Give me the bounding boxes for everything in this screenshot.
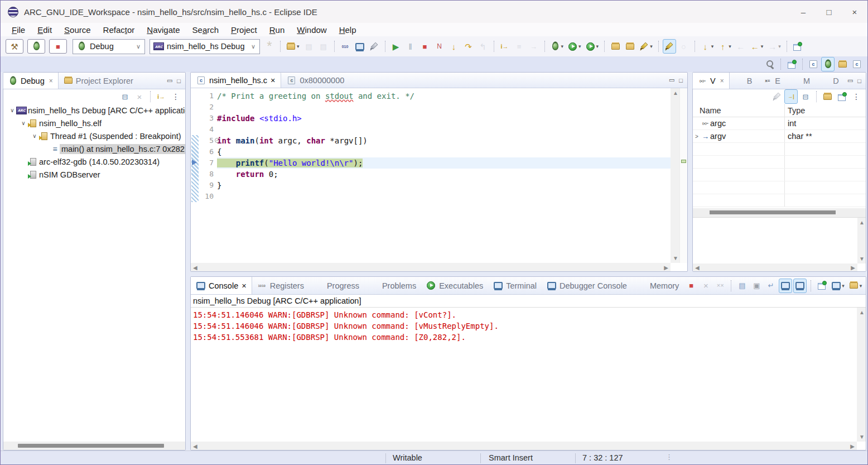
open-console-view-button[interactable] [353,39,367,54]
close-tab-icon[interactable]: × [720,77,724,85]
variables-tab-e[interactable]: x=E [758,73,786,89]
view-menu-button[interactable]: ⋮ [169,89,182,104]
close-tab-icon[interactable]: × [49,77,53,85]
debug-history-button[interactable]: ▾ [549,39,566,54]
open-console-button[interactable]: ▾ [847,279,864,293]
variables-table-header[interactable]: Name Type [693,104,866,117]
pin-editor-button[interactable] [791,39,804,54]
remove-launch-button[interactable]: × [699,279,712,293]
variable-row[interactable]: >→argvchar ** [693,130,866,143]
debug-tab-debug[interactable]: Debug× [3,73,59,89]
detail-hscrollbar[interactable]: ◀ ▶ [693,263,857,271]
maximize-view-button[interactable]: □ [857,78,861,84]
clear-console-button[interactable]: ▤ [735,279,749,293]
display-selected-console-dropdown-arrow[interactable]: ▾ [842,283,845,289]
search-button[interactable] [763,57,777,71]
remove-all-terminated-button[interactable]: × [133,89,146,104]
editor-hscrollbar[interactable]: ◀ ▶ [191,263,671,271]
show-stdout-button[interactable] [779,279,792,293]
open-new-view-button[interactable] [835,89,848,104]
step-into-button[interactable]: ↓ [447,39,461,54]
resume-button[interactable]: ▶ [389,39,403,54]
collapse-all-button[interactable]: ⊟ [118,89,132,104]
column-header-name[interactable]: Name [693,106,784,115]
console-tab-executables[interactable]: Executables [421,277,488,294]
debug-tab-project-explorer[interactable]: Project Explorer [59,73,139,89]
editor-tab-0x80000000[interactable]: 0x80000000 [281,73,350,88]
maximize-view-button[interactable]: □ [679,77,683,84]
terminate-launch-button[interactable]: ■ [49,39,67,54]
disconnect-button[interactable]: N [433,39,446,54]
perspective-c-button[interactable] [850,57,864,71]
variables-tab-v[interactable]: (x)=V× [692,73,730,89]
previous-annotation-dropdown-arrow[interactable]: ▾ [729,44,731,49]
maximize-button[interactable]: □ [816,1,842,23]
debug-tree-item[interactable]: nSIM GDBserver [3,168,185,181]
console-vscrollbar[interactable]: ▲ ▼ [857,308,866,442]
new-wizard-dropdown-arrow[interactable]: ▾ [297,44,300,49]
menu-item-project[interactable]: Project [225,25,263,35]
remove-all-launches-button[interactable]: ×× [713,279,727,293]
hscroll-thumb[interactable] [710,210,836,214]
menu-item-help[interactable]: Help [334,25,362,35]
close-tab-icon[interactable]: × [242,281,246,290]
open-console-dropdown-arrow[interactable]: ▾ [860,283,862,289]
next-annotation-button[interactable]: ↓▾ [699,39,716,54]
close-button[interactable]: × [842,1,867,23]
variables-tab-b[interactable]: B [730,73,758,89]
variable-chevron-icon[interactable]: > [693,133,701,140]
console-terminate-button[interactable]: ■ [684,279,698,293]
menu-item-edit[interactable]: Edit [32,25,57,35]
step-over-button[interactable]: ↷ [462,39,475,54]
minimize-view-button[interactable]: ▭ [167,77,172,84]
console-tab-debugger-console[interactable]: Debugger Console [542,277,632,294]
debug-tree-item[interactable]: ∨nsim_hello_hs.elf [3,117,185,130]
debug-tree-item[interactable]: ∨nsim_hello_hs Debug [ARC C/C++ applicat… [3,104,185,117]
variables-tab-m[interactable]: M [786,73,816,89]
editor-vscrollbar[interactable]: ▲ ▼ [671,88,679,263]
previous-annotation-button[interactable]: ↑▾ [716,39,733,54]
console-output[interactable]: 15:54:51.146046 WARN:[GDBRSP] Unknown co… [191,308,857,442]
menu-item-source[interactable]: Source [59,25,97,35]
new-wizard-button[interactable]: ▾ [284,39,301,54]
detail-vscrollbar[interactable]: ▲ ▼ [857,218,866,263]
menu-item-run[interactable]: Run [264,25,291,35]
perspective-cpp-button[interactable] [807,57,820,71]
minimize-view-button[interactable]: ▭ [669,76,674,84]
open-perspective-button[interactable] [785,57,798,71]
variable-row[interactable]: (x)=argcint [693,117,866,130]
open-task-dropdown-arrow[interactable]: ▾ [650,44,653,49]
console-hscrollbar[interactable]: ◀ ▶ [191,442,857,450]
display-selected-console-button[interactable]: ▾ [830,279,846,293]
debug-history-dropdown-arrow[interactable]: ▾ [561,44,564,49]
variables-tab-d[interactable]: D [816,73,844,89]
open-resource-button[interactable] [623,39,636,54]
launch-mode-selector[interactable]: Debug∨ [73,39,145,54]
menu-item-navigate[interactable]: Navigate [141,25,185,35]
code-area[interactable]: /* Print a greeting on stdout and exit. … [217,88,671,263]
mark-occurrences-button[interactable] [663,39,676,54]
tree-chevron-icon[interactable]: ∨ [30,133,39,139]
status-grip-icon[interactable]: ⋮ [666,453,673,461]
back-dropdown-arrow[interactable]: ▾ [761,44,764,49]
external-tools-dropdown-arrow[interactable]: ▾ [596,44,599,49]
run-history-dropdown-arrow[interactable]: ▾ [578,44,581,49]
build-button[interactable]: ⚒ [6,39,23,54]
scroll-lock-button[interactable]: ▣ [750,279,763,293]
menu-item-refactor[interactable]: Refactor [98,25,141,35]
perspective-files-button[interactable] [836,57,849,71]
menu-item-file[interactable]: File [6,25,31,35]
open-type-button[interactable] [609,39,622,54]
collapse-all-button[interactable]: ⊟ [799,89,812,104]
console-tab-terminal[interactable]: Terminal [488,277,542,294]
editor-body[interactable]: 12345−678910 /* Print a greeting on stdo… [191,88,671,263]
variables-hscrollbar[interactable] [693,208,866,217]
console-tab-problems[interactable]: Problems [364,277,421,294]
debug-tree-item[interactable]: ∨Thread #1 (Suspended : Breakpoint) [3,130,185,142]
close-tab-icon[interactable]: × [271,76,275,85]
word-wrap-button[interactable]: ↵ [764,279,778,293]
tree-chevron-icon[interactable]: ∨ [19,120,28,126]
terminate-button[interactable]: ■ [418,39,432,54]
debug-tree-item[interactable]: arc-elf32-gdb (14.0.50.20230314) [3,155,185,168]
maximize-view-button[interactable]: □ [177,78,181,84]
